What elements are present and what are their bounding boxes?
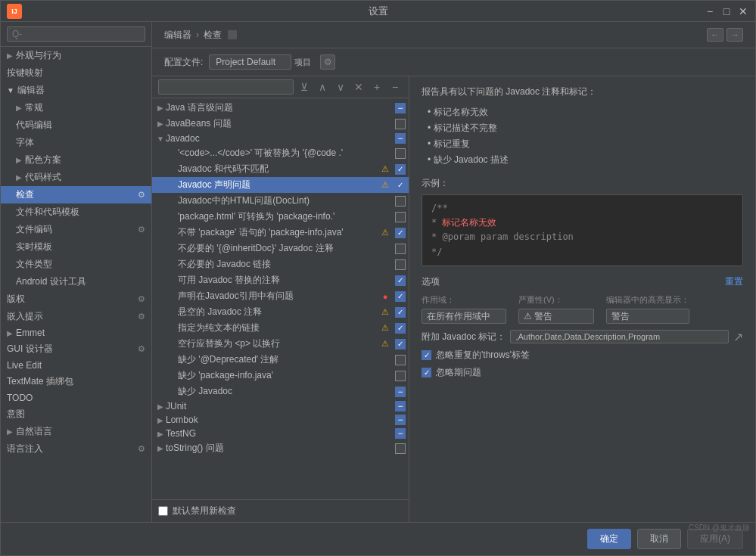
checkbox-code-mismatch[interactable] — [395, 164, 406, 175]
config-profile-select[interactable]: Project Default — [209, 54, 291, 70]
sidebar-item-label: 按键映射 — [7, 67, 43, 79]
tree-item-miss-deprecated[interactable]: 缺少 '@Deprecated' 注解 — [152, 352, 409, 368]
sidebar-item-textmate[interactable]: TextMate 插绑包 — [1, 373, 151, 390]
tree-item-java-lang[interactable]: ▶ Java 语言级问题 — [152, 100, 409, 116]
tree-item-ref-issues[interactable]: 声明在Javadoc引用中有问题 ● — [152, 288, 409, 304]
sidebar-item-keymap[interactable]: 按键映射 — [1, 64, 151, 82]
sidebar-item-gui-designer[interactable]: GUI 设计器 ⚙ — [1, 340, 151, 358]
tree-item-javadoc-link[interactable]: 不必要的 Javadoc 链接 — [152, 256, 409, 272]
checkbox-no-package[interactable] — [395, 228, 406, 238]
tree-item-replace-tag[interactable]: 可用 Javadoc 替换的注释 — [152, 272, 409, 288]
tree-item-javadoc[interactable]: ▼ Javadoc — [152, 132, 409, 145]
cancel-button[interactable]: 取消 — [637, 529, 681, 549]
move-up-button[interactable]: ∧ — [315, 79, 330, 95]
tree-item-empty-line[interactable]: 空行应替换为 <p> 以换行 ⚠ — [152, 336, 409, 352]
minimize-button[interactable]: − — [704, 5, 716, 17]
config-gear-button[interactable]: ⚙ — [320, 54, 335, 70]
checkbox-ref-issues[interactable] — [395, 291, 406, 302]
checkbox-javabeans[interactable] — [395, 119, 406, 129]
tree-item-tostring[interactable]: ▶ toString() 问题 — [152, 440, 409, 456]
move-down-button[interactable]: ∨ — [333, 79, 348, 95]
right-panel: 报告具有以下问题的 Javadoc 注释和标记： 标记名称无效 标记描述不完整 … — [409, 76, 755, 522]
tree-item-miss-pkginfo[interactable]: 缺少 'package-info.java' — [152, 368, 409, 384]
ok-button[interactable]: 确定 — [587, 529, 631, 549]
sidebar-item-natural-lang[interactable]: ▶ 自然语言 — [1, 423, 151, 440]
tree-item-javabeans[interactable]: ▶ JavaBeans 问题 — [152, 116, 409, 132]
tree-item-testng[interactable]: ▶ TestNG — [152, 427, 409, 440]
checkbox-javadoc[interactable] — [395, 133, 406, 144]
sidebar-item-code-style[interactable]: ▶ 代码样式 — [1, 169, 151, 186]
checkbox-empty-javadoc[interactable] — [395, 307, 406, 318]
sidebar-item-code-edit[interactable]: 代码编辑 — [1, 116, 151, 134]
expand-icon[interactable]: ↗ — [733, 330, 743, 344]
tree-item-empty-javadoc[interactable]: 悬空的 Javadoc 注释 ⚠ — [152, 304, 409, 320]
sidebar-item-live-edit[interactable]: Live Edit — [1, 358, 151, 373]
back-button[interactable]: ← — [707, 28, 723, 42]
tree-item-junit[interactable]: ▶ JUnit — [152, 399, 409, 413]
sidebar-search-input[interactable] — [7, 26, 145, 42]
sidebar-item-inspections[interactable]: 检查 ⚙ — [1, 186, 151, 203]
sidebar-item-emmet[interactable]: ▶ Emmet — [1, 325, 151, 340]
checkbox-decl-issues[interactable] — [395, 180, 406, 191]
sidebar-item-copyright[interactable]: 版权 ⚙ — [1, 290, 151, 308]
checkbox-miss-pkginfo[interactable] — [395, 371, 406, 381]
highlight-select[interactable]: 警告 — [606, 309, 689, 324]
attach-label: 附加 Javadoc 标记： — [422, 331, 506, 343]
checkbox-replace-tag[interactable] — [395, 275, 406, 286]
maximize-button[interactable]: □ — [720, 5, 733, 17]
tree-item-decl-issues[interactable]: Javadoc 声明问题 ⚠ — [152, 177, 409, 193]
tree-item-code-replace[interactable]: '<code>...</code>' 可被替换为 '{@code .' — [152, 145, 409, 161]
checkbox-html-issues[interactable] — [395, 196, 406, 207]
checkbox-testng[interactable] — [395, 428, 406, 439]
attach-tags-input[interactable] — [510, 330, 729, 343]
checkbox-lombok[interactable] — [395, 415, 406, 425]
sidebar-item-color-scheme[interactable]: ▶ 配色方案 — [1, 151, 151, 169]
sidebar-item-live-template[interactable]: 实时模板 — [1, 238, 151, 256]
checkbox-plain-link[interactable] — [395, 323, 406, 334]
close-button[interactable]: ✕ — [737, 5, 749, 17]
severity-select[interactable]: ⚠ 警告 — [518, 309, 594, 324]
reset-button[interactable]: 重置 — [725, 275, 743, 288]
checkbox-miss-javadoc[interactable] — [395, 387, 406, 397]
tree-item-code-mismatch[interactable]: Javadoc 和代码不匹配 ⚠ — [152, 161, 409, 177]
sidebar-item-android[interactable]: Android 设计工具 — [1, 273, 151, 290]
checkbox-package-html[interactable] — [395, 212, 406, 222]
sidebar-item-file-template[interactable]: 文件和代码模板 — [1, 203, 151, 221]
checkbox-empty-line[interactable] — [395, 339, 406, 349]
sidebar-item-idea[interactable]: 意图 — [1, 405, 151, 423]
forward-button[interactable]: → — [726, 28, 743, 42]
disable-new-inspections-checkbox[interactable] — [158, 506, 168, 516]
scope-select[interactable]: 在所有作用域中 — [422, 309, 506, 324]
sidebar-item-general[interactable]: ▶ 常规 — [1, 99, 151, 116]
tree-item-html-issues[interactable]: Javadoc中的HTML问题(DocLint) — [152, 193, 409, 209]
tree-item-inherit-doc[interactable]: 不必要的 '{@inheritDoc}' Javadoc 注释 — [152, 241, 409, 256]
sidebar-item-lang-inject[interactable]: 语言注入 ⚙ — [1, 440, 151, 458]
remove-button[interactable]: − — [387, 79, 403, 95]
tree-item-plain-link[interactable]: 指定为纯文本的链接 ⚠ — [152, 320, 409, 336]
tree-item-miss-javadoc[interactable]: 缺少 Javadoc — [152, 384, 409, 399]
sidebar-item-appearance[interactable]: ▶ 外观与行为 — [1, 47, 151, 64]
sidebar-item-inlay-hints[interactable]: 嵌入提示 ⚙ — [1, 308, 151, 325]
sidebar-item-font[interactable]: 字体 — [1, 134, 151, 151]
tree-item-no-package[interactable]: 不带 'package' 语句的 'package-info.java' ⚠ — [152, 225, 409, 241]
checkbox-code-replace[interactable] — [395, 148, 406, 159]
checkbox-java-lang[interactable] — [395, 103, 406, 113]
ignore-throws-checkbox[interactable] — [422, 350, 431, 360]
checkbox-inherit-doc[interactable] — [395, 244, 406, 254]
tree-item-package-html[interactable]: 'package.html' 可转换为 'package-info.' — [152, 209, 409, 225]
breadcrumb-bookmark-icon[interactable] — [228, 30, 237, 39]
checkbox-miss-deprecated[interactable] — [395, 355, 406, 365]
sidebar-item-file-encoding[interactable]: 文件编码 ⚙ — [1, 221, 151, 238]
checkbox-junit[interactable] — [395, 401, 406, 412]
cancel-button[interactable]: ✕ — [351, 79, 366, 95]
add-button[interactable]: + — [369, 79, 384, 95]
sidebar-item-file-type[interactable]: 文件类型 — [1, 256, 151, 273]
sidebar-item-todo[interactable]: TODO — [1, 390, 151, 405]
checkbox-tostring[interactable] — [395, 443, 406, 454]
inspection-search-input[interactable] — [158, 79, 294, 95]
filter-button[interactable]: ⊻ — [297, 79, 312, 95]
tree-item-lombok[interactable]: ▶ Lombok — [152, 413, 409, 427]
checkbox-javadoc-link[interactable] — [395, 259, 406, 270]
ignore-period-checkbox[interactable] — [422, 368, 431, 377]
sidebar-item-editor[interactable]: ▼ 编辑器 — [1, 82, 151, 99]
